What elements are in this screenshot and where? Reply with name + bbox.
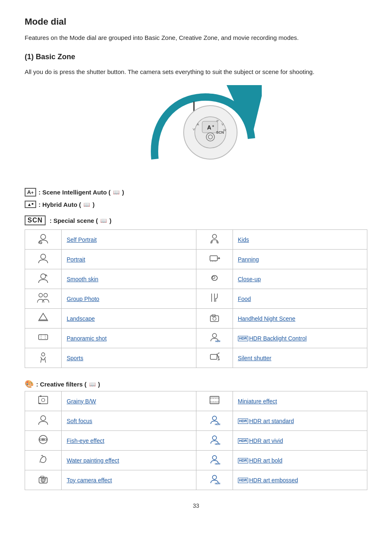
icon-hdr-bold: HDR [196,451,233,470]
icon-food [196,289,233,309]
label-group-photo[interactable]: Group Photo [62,289,196,309]
label-soft-focus[interactable]: Soft focus [62,411,196,431]
scene-intelligent-auto-label: A+ : Scene Intelligent Auto (📖) [25,188,367,197]
svg-text:A: A [207,124,211,131]
hdr-badge: HDR [238,438,249,444]
dial-image-container: A + SCN P V W A V [25,85,367,176]
label-panning[interactable]: Panning [233,250,367,269]
label-miniature[interactable]: Miniature effect [233,391,367,411]
svg-point-26 [41,274,46,279]
special-scene-link-icon: 📖 [100,217,107,224]
label-water-painting[interactable]: Water painting effect [62,451,196,470]
svg-rect-57 [210,396,219,398]
svg-point-16 [41,234,46,239]
icon-miniature [196,391,233,411]
svg-point-42 [42,353,45,356]
special-scene-text: : Special scene ( [50,217,98,224]
svg-point-40 [212,333,217,338]
svg-point-70 [42,479,44,481]
label-silent-shutter[interactable]: Silent shutter [233,348,367,368]
hdr-badge: HDR [238,458,249,463]
table-row: Portrait Panning [25,250,367,269]
label-landscape[interactable]: Landscape [62,309,196,329]
table-row: Landscape Handheld Night Scene [25,309,367,329]
label-hdr-art-standard[interactable]: HDRHDR art standard [233,411,367,431]
hdr-badge: HDR [238,419,249,424]
label-self-portrait[interactable]: Self Portrait [62,230,196,250]
page-title: Mode dial [25,16,367,27]
icon-smooth-skin [25,269,62,289]
scene-auto-text: : Scene Intelligent Auto ( [39,189,111,196]
special-scene-label: SCN : Special scene (📖) [25,215,367,225]
svg-text:+: + [212,124,214,128]
table-row: Group Photo Food [25,289,367,309]
hybrid-auto-text: : Hybrid Auto ( [39,201,81,208]
svg-line-43 [41,357,42,359]
svg-marker-24 [219,257,220,259]
label-hdr-art-vivid[interactable]: HDRHDR art vivid [233,431,367,451]
creative-filters-table: Grainy B/W Miniature effect Soft focus H… [25,391,367,490]
icon-portrait [25,250,62,269]
svg-point-73 [212,475,217,479]
icon-hdr-backlight: HDR [196,329,233,348]
icon-kids [196,230,233,250]
icon-panning [196,250,233,269]
label-food[interactable]: Food [233,289,367,309]
scn-table: Self Portrait Kids Portrait Panning [25,229,367,368]
hdr-badge: HDR [238,478,249,483]
icon-water-painting [25,451,62,470]
svg-line-20 [217,241,217,243]
icon-landscape [25,309,62,329]
label-hdr-backlight[interactable]: HDRHDR Backlight Control [233,329,367,348]
svg-rect-58 [210,402,219,404]
label-hdr-art-embossed[interactable]: HDRHDR art embossed [233,470,367,490]
intro-text: Features on the Mode dial are grouped in… [25,33,367,43]
svg-point-28 [39,294,43,297]
svg-line-46 [218,353,219,354]
label-grainy-bw[interactable]: Grainy B/W [62,391,196,411]
icon-silent-shutter [196,348,233,368]
label-sports[interactable]: Sports [62,348,196,368]
label-close-up[interactable]: Close-up [233,269,367,289]
creative-filters-link-icon: 📖 [89,381,96,387]
svg-text:HDR: HDR [215,340,220,342]
table-row: Fish-eye effect HDR HDRHDR art vivid [25,431,367,451]
table-row: Toy camera effect HDR HDRHDR art embosse… [25,470,367,490]
creative-filters-label: 🎨 : Creative filters (📖) [25,379,367,389]
table-row: Soft focus HDR HDRHDR art standard [25,411,367,431]
svg-text:V: V [193,127,195,131]
svg-text:V: V [221,123,224,126]
page-number: 33 [25,502,367,509]
svg-point-36 [213,317,216,320]
icon-fish-eye [25,431,62,451]
label-handheld-night[interactable]: Handheld Night Scene [233,309,367,329]
hdr-badge: HDR [238,336,249,341]
label-toy-camera[interactable]: Toy camera effect [62,470,196,490]
icon-handheld-night [196,309,233,329]
label-panoramic[interactable]: Panoramic shot [62,329,196,348]
svg-text:W: W [223,128,226,132]
hybrid-auto-link-icon: 📖 [83,201,90,208]
svg-rect-51 [40,396,42,397]
creative-filters-icon: 🎨 [25,379,34,389]
table-row: Smooth skin Close-up [25,269,367,289]
label-smooth-skin[interactable]: Smooth skin [62,269,196,289]
creative-filters-text: : Creative filters ( [36,381,87,388]
label-portrait[interactable]: Portrait [62,250,196,269]
svg-text:HDR: HDR [215,463,220,465]
table-row: Water painting effect HDR HDRHDR art bol… [25,451,367,470]
svg-text:HDR: HDR [215,482,220,485]
svg-point-27 [212,276,215,279]
svg-line-19 [212,241,212,243]
svg-point-66 [212,456,217,460]
icon-soft-focus [25,411,62,431]
label-kids[interactable]: Kids [233,230,367,250]
basic-zone-title: (1) Basic Zone [25,53,367,61]
svg-point-64 [212,436,217,440]
svg-point-52 [42,398,45,402]
svg-marker-32 [39,313,47,320]
icon-hdr-vivid: HDR [196,431,233,451]
label-hdr-art-bold[interactable]: HDRHDR art bold [233,451,367,470]
label-fish-eye[interactable]: Fish-eye effect [62,431,196,451]
scn-icon: SCN [25,215,46,225]
